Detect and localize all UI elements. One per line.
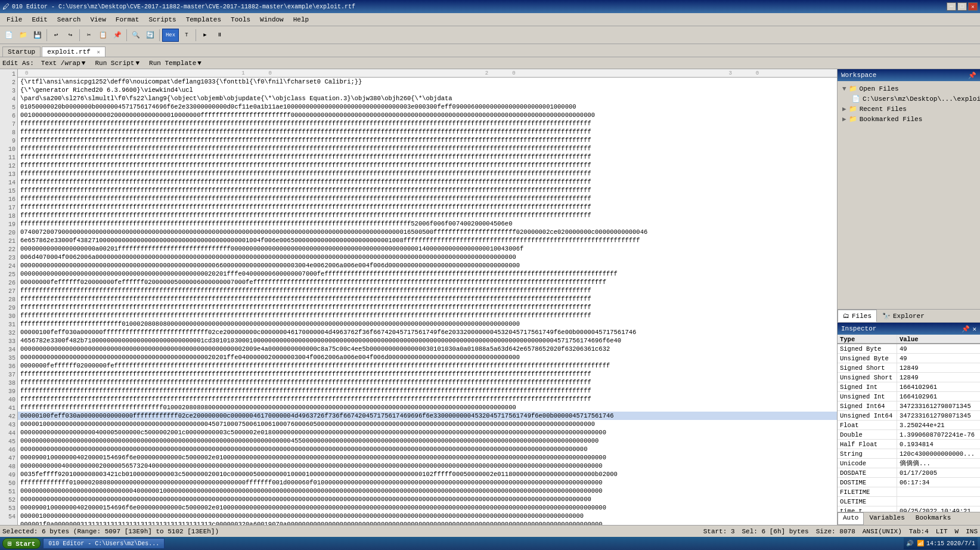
hex-view-button[interactable]: Hex bbox=[162, 29, 179, 42]
code-line-35[interactable]: 0000000feffffff02000000fefffffffffffffff… bbox=[18, 361, 837, 370]
code-line-22[interactable]: 006d4070004f0062006a00000000000000000000… bbox=[18, 253, 837, 261]
code-line-23[interactable]: 0000000000000000000000000000000000000000… bbox=[18, 261, 837, 270]
code-line-9[interactable]: ffffffffffffffffffffffffffffffffffffffff… bbox=[18, 144, 837, 153]
menu-item-window[interactable]: Window bbox=[256, 14, 288, 25]
code-line-33[interactable]: 0000000000000000000000000000000000000000… bbox=[18, 345, 837, 353]
explorer-tab[interactable]: 🔭 Explorer bbox=[877, 310, 930, 322]
menu-item-help[interactable]: Help bbox=[289, 14, 313, 25]
menu-item-scripts[interactable]: Scripts bbox=[144, 14, 180, 25]
redo-button[interactable]: ↪ bbox=[64, 29, 77, 42]
code-line-27[interactable]: ffffffffffffffffffffffffffffffffffffffff… bbox=[18, 295, 837, 303]
undo-button[interactable]: ↩ bbox=[49, 29, 63, 42]
code-line-37[interactable]: ffffffffffffffffffffffffffffffffffffffff… bbox=[18, 378, 837, 387]
code-line-50[interactable]: 0000000000000000000000000000004000000100… bbox=[18, 487, 837, 495]
inspector-pin-icon[interactable]: 📌 bbox=[962, 325, 970, 333]
code-line-6[interactable]: ffffffffffffffffffffffffffffffffffffffff… bbox=[18, 119, 837, 128]
menu-item-edit[interactable]: Edit bbox=[27, 14, 51, 25]
run-template-dropdown[interactable]: Run Template ▼ bbox=[147, 58, 204, 68]
code-line-19[interactable]: 0740072007900000000000000000000000000000… bbox=[18, 228, 837, 236]
files-tab[interactable]: 🗂 Files bbox=[838, 310, 877, 322]
code-line-44[interactable]: 0000000000000000000000000000000000000000… bbox=[18, 437, 837, 445]
code-line-21[interactable]: 00000000000000000000a00201ffffffffffffff… bbox=[18, 245, 837, 253]
minimize-button[interactable]: — bbox=[947, 2, 956, 11]
new-button[interactable]: 📄 bbox=[2, 29, 15, 42]
code-line-4[interactable]: 01050000020b0000000b0000004571756174696f… bbox=[18, 103, 837, 111]
code-line-3[interactable]: \pard\sa200\sl276\slmultl\f0\fs22\lang9{… bbox=[18, 94, 837, 103]
menu-item-view[interactable]: View bbox=[86, 14, 110, 25]
replace-button[interactable]: 🔄 bbox=[144, 29, 157, 42]
code-line-1[interactable]: {\rtfl\ansi\ansicpg1252\deff0\nouicompat… bbox=[18, 78, 837, 86]
code-line-41[interactable]: 00000100feff030a00000000000000ffffffffff… bbox=[18, 412, 837, 420]
code-line-8[interactable]: ffffffffffffffffffffffffffffffffffffffff… bbox=[18, 136, 837, 144]
code-line-11[interactable]: ffffffffffffffffffffffffffffffffffffffff… bbox=[18, 161, 837, 169]
bookmarked-files-item[interactable]: ▶ 📁 Bookmarked Files bbox=[840, 114, 978, 124]
code-line-2[interactable]: {\*\generator Riched20 6.3.9600}\viewkin… bbox=[18, 86, 837, 94]
code-line-20[interactable]: 6e657862e33000f4382710000000000000000000… bbox=[18, 236, 837, 245]
code-line-42[interactable]: 0000010000000000000000000000000000000000… bbox=[18, 420, 837, 428]
code-line-43[interactable]: 00000000000000000000400005000000c5000002… bbox=[18, 428, 837, 437]
code-line-25[interactable]: 00000000feffffff020000000feffffff0200000… bbox=[18, 278, 837, 286]
code-line-45[interactable]: 0000000000000000000000000000000000000000… bbox=[18, 445, 837, 453]
start-button[interactable]: ⊞ Start bbox=[2, 538, 41, 549]
open-files-item[interactable]: ▼ 📁 Open Files bbox=[840, 84, 978, 94]
close-button[interactable]: ✕ bbox=[968, 2, 978, 11]
recent-files-item[interactable]: ▶ 📁 Recent Files bbox=[840, 104, 978, 114]
file-item[interactable]: 📄 C:\Users\mz\Desktop\...\exploit.rtf bbox=[840, 94, 978, 104]
code-line-16[interactable]: ffffffffffffffffffffffffffffffffffffffff… bbox=[18, 203, 837, 211]
find-button[interactable]: 🔍 bbox=[129, 29, 142, 42]
code-line-31[interactable]: 00000100feff030a000000ffffffffffffffffff… bbox=[18, 328, 837, 336]
menu-item-format[interactable]: Format bbox=[111, 14, 144, 25]
run-script-dropdown[interactable]: Run Script ▼ bbox=[92, 58, 142, 68]
menu-item-search[interactable]: Search bbox=[53, 14, 85, 25]
code-line-34[interactable]: 0000000000000000000000000000000000000000… bbox=[18, 353, 837, 361]
code-line-46[interactable]: 0000900100000004020000154696f6e000000000… bbox=[18, 453, 837, 462]
code-line-5[interactable]: 0010000000000000000000002000000000000000… bbox=[18, 111, 837, 119]
tab-close-icon[interactable]: ✕ bbox=[97, 50, 100, 55]
code-line-38[interactable]: ffffffffffffffffffffffffffffffffffffffff… bbox=[18, 387, 837, 395]
code-line-49[interactable]: fffffffffffff010000208080000000000000000… bbox=[18, 478, 837, 487]
editor-area[interactable]: 0 10 20 30 40 50 60 70 80 90 100 110 120… bbox=[18, 69, 837, 525]
code-line-36[interactable]: ffffffffffffffffffffffffffffffffffffffff… bbox=[18, 370, 837, 378]
code-line-12[interactable]: ffffffffffffffffffffffffffffffffffffffff… bbox=[18, 169, 837, 178]
taskbar-app-item[interactable]: 010 Editor - C:\Users\mz\Des... bbox=[43, 538, 165, 549]
menu-item-tools[interactable]: Tools bbox=[227, 14, 255, 25]
code-line-40[interactable]: ffffffffffffffffffffffffffffffffffffff01… bbox=[18, 403, 837, 412]
code-line-24[interactable]: 0000000000000000000000000000000000000000… bbox=[18, 270, 837, 278]
menu-item-templates[interactable]: Templates bbox=[182, 14, 225, 25]
code-line-28[interactable]: ffffffffffffffffffffffffffffffffffffffff… bbox=[18, 303, 837, 311]
maximize-button[interactable]: □ bbox=[957, 2, 967, 11]
code-line-14[interactable]: ffffffffffffffffffffffffffffffffffffffff… bbox=[18, 186, 837, 194]
code-line-15[interactable]: ffffffffffffffffffffffffffffffffffffffff… bbox=[18, 194, 837, 203]
code-line-39[interactable]: ffffffffffffffffffffffffffffffffffffffff… bbox=[18, 395, 837, 403]
open-button[interactable]: 📁 bbox=[17, 29, 30, 42]
code-line-26[interactable]: ffffffffffffffffffffffffffffffffffffffff… bbox=[18, 286, 837, 295]
text-wrap-dropdown[interactable]: Text /wrap ▼ bbox=[39, 58, 88, 68]
text-view-button[interactable]: T bbox=[180, 29, 193, 42]
code-line-48[interactable]: 0035feffff9201000008003421cb010000009000… bbox=[18, 470, 837, 478]
code-line-32[interactable]: 4656782e3300f482b71000000000000000000000… bbox=[18, 336, 837, 345]
inspector-close-icon[interactable]: ✕ bbox=[972, 325, 976, 333]
code-line-17[interactable]: ffffffffffffffffffffffffffffffffffffffff… bbox=[18, 211, 837, 220]
text-content-area[interactable]: {\rtfl\ansi\ansicpg1252\deff0\nouicompat… bbox=[18, 78, 837, 525]
code-line-7[interactable]: ffffffffffffffffffffffffffffffffffffffff… bbox=[18, 128, 837, 136]
tab-startup[interactable]: Startup bbox=[2, 47, 41, 57]
code-line-52[interactable]: 0000900100000004020000154696f6e000000000… bbox=[18, 503, 837, 512]
copy-button[interactable]: 📋 bbox=[97, 29, 110, 42]
code-line-54[interactable]: 000001f0a0000000313131313131313131313131… bbox=[18, 520, 837, 525]
code-line-30[interactable]: fffffffffffffffffffffffffff0100020808080… bbox=[18, 320, 837, 328]
code-line-13[interactable]: ffffffffffffffffffffffffffffffffffffffff… bbox=[18, 178, 837, 186]
menu-item-file[interactable]: File bbox=[2, 14, 26, 25]
code-line-29[interactable]: ffffffffffffffffffffffffffffffffffffffff… bbox=[18, 311, 837, 320]
tab-exploit[interactable]: exploit.rtf ✕ bbox=[42, 47, 106, 57]
workspace-pin-icon[interactable]: 📌 bbox=[968, 72, 976, 79]
inspector-bottom-tab-variables[interactable]: Variables bbox=[864, 512, 910, 525]
inspector-bottom-tab-bookmarks[interactable]: Bookmarks bbox=[910, 512, 956, 525]
code-line-53[interactable]: 0000010000000000000000000000000000000000… bbox=[18, 512, 837, 520]
code-line-47[interactable]: 0000000000040000000002000005657320400000… bbox=[18, 462, 837, 470]
code-line-10[interactable]: ffffffffffffffffffffffffffffffffffffffff… bbox=[18, 153, 837, 161]
cut-button[interactable]: ✂ bbox=[82, 29, 95, 42]
extra-btn-1[interactable]: ▶ bbox=[199, 29, 212, 42]
code-line-51[interactable]: 0000000000000000000000000000000000000000… bbox=[18, 495, 837, 503]
paste-button[interactable]: 📌 bbox=[111, 29, 124, 42]
code-line-18[interactable]: ffffffffffffffffffffffffffffffffffffffff… bbox=[18, 220, 837, 228]
